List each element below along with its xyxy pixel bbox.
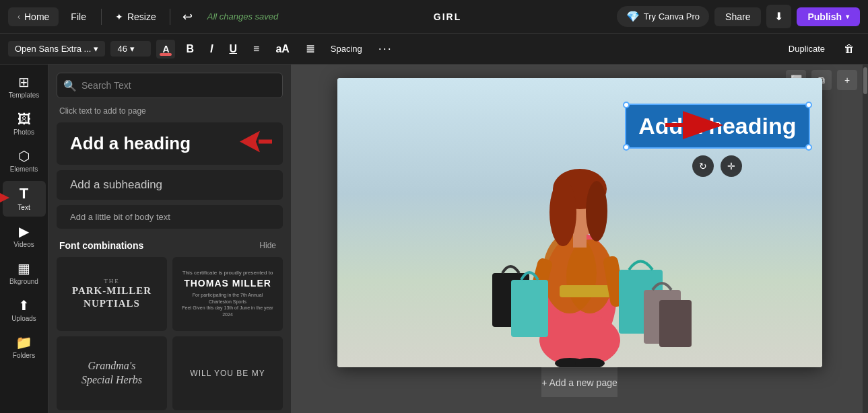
search-icon: 🔍 [63, 79, 77, 92]
font-card-park-miller[interactable]: THE PARK-MILLERNUPTIALS [57, 257, 167, 331]
font-combinations-title: Font combinations [59, 240, 143, 251]
font-name-label: Open Sans Extra ... [15, 44, 91, 54]
font-size-label: 46 [117, 44, 127, 54]
resize-button[interactable]: ✦ Resize [108, 7, 163, 26]
font-card-body2: For participating in the 7th Annual Char… [180, 292, 275, 318]
sidebar-item-text[interactable]: T Text [3, 181, 46, 217]
add-subheading-button[interactable]: Add a subheading [57, 170, 283, 200]
font-card-title4: WILL YOU BE MY [190, 369, 265, 378]
text-color-button[interactable]: A [156, 40, 175, 59]
align-button[interactable]: ≡ [248, 40, 265, 58]
divider2 [170, 9, 170, 25]
try-canva-pro-button[interactable]: 💎 Try Canva Pro [617, 6, 709, 27]
canvas-red-arrow-icon [662, 110, 729, 143]
svg-rect-14 [573, 234, 587, 248]
delete-button[interactable]: 🗑 [838, 40, 860, 58]
add-body-text-button[interactable]: Add a little bit of body text [57, 205, 283, 229]
resize-label: Resize [127, 11, 156, 22]
list-button[interactable]: ≣ [300, 40, 320, 58]
red-arrow-right-icon [240, 130, 272, 157]
font-card-thomas-miller[interactable]: This certificate is proudly presented to… [172, 257, 283, 331]
add-new-page-bar[interactable]: + Add a new page [541, 367, 617, 397]
right-scrollbar[interactable] [863, 65, 868, 413]
changes-saved-label: All changes saved [207, 11, 279, 22]
more-options-button[interactable]: ··· [373, 39, 398, 59]
bold-button[interactable]: B [180, 40, 199, 58]
svg-point-5 [539, 313, 620, 367]
sidebar-item-background[interactable]: ▦ Bkground [3, 256, 46, 291]
elements-icon: ⬡ [18, 149, 30, 163]
selection-handle-tr[interactable] [805, 102, 812, 108]
share-button[interactable]: Share [714, 7, 761, 26]
publish-label: Publish [807, 11, 842, 22]
undo-button[interactable]: ↩ [177, 7, 198, 27]
font-size-selector[interactable]: 46 ▾ [110, 41, 151, 57]
elements-label: Elements [10, 165, 38, 173]
sidebar-item-videos[interactable]: ▶ Videos [3, 219, 46, 254]
uploads-label: Uploads [11, 315, 36, 322]
folders-label: Folders [13, 352, 35, 359]
text-icon: T [20, 186, 28, 201]
canvas-scroll[interactable]: Add a heading [291, 65, 868, 413]
publish-button[interactable]: Publish ▾ [797, 7, 860, 26]
move-button[interactable]: ✛ [721, 155, 742, 177]
brand-name: GIRL [434, 11, 461, 22]
toolbar-right: Duplicate 🗑 [780, 40, 860, 58]
canvas-controls: ↻ ✛ [692, 155, 742, 177]
svg-point-13 [586, 181, 607, 241]
sidebar-item-templates[interactable]: ⊞ Templates [3, 70, 46, 104]
top-bar: ‹ Home File ✦ Resize ↩ All changes saved… [0, 0, 868, 34]
svg-rect-9 [560, 285, 613, 297]
chevron-left-icon: ‹ [18, 12, 20, 22]
templates-label: Templates [9, 91, 40, 99]
font-card-title3: Grandma'sSpecial Herbs [81, 359, 142, 387]
underline-button[interactable]: U [224, 40, 242, 58]
divider [101, 9, 102, 25]
main-content: ⊞ Templates 🖼 Photos ⬡ Elements T Text ▶… [0, 65, 868, 413]
photos-icon: 🖼 [18, 112, 31, 126]
canva-pro-label: Try Canva Pro [644, 11, 700, 22]
text-options: Add a heading Add a subheading Add a lit… [48, 122, 291, 229]
top-bar-right: 💎 Try Canva Pro Share ⬇ Publish ▾ [617, 5, 860, 28]
search-input[interactable] [57, 73, 283, 98]
videos-icon: ▶ [19, 225, 29, 238]
font-card-title: PARK-MILLERNUPTIALS [72, 285, 152, 311]
uploads-icon: ⬆ [18, 299, 30, 312]
selection-handle-br[interactable] [805, 144, 812, 151]
svg-rect-3 [259, 139, 272, 143]
background-icon: ▦ [18, 262, 30, 275]
spacing-label: Spacing [331, 44, 362, 54]
add-heading-button[interactable]: Add a heading [57, 122, 283, 165]
italic-button[interactable]: I [205, 40, 218, 58]
file-button[interactable]: File [63, 7, 94, 26]
left-panel: 🔍 Click text to add to page Add a headin… [48, 65, 291, 413]
formatting-toolbar: Open Sans Extra ... ▾ 46 ▾ A B I U ≡ aA … [0, 34, 868, 65]
canvas-page: Add a heading [337, 78, 822, 367]
font-family-selector[interactable]: Open Sans Extra ... ▾ [8, 41, 105, 57]
sidebar-icons: ⊞ Templates 🖼 Photos ⬡ Elements T Text ▶… [0, 65, 48, 413]
spacing-button[interactable]: Spacing [325, 41, 368, 57]
case-button[interactable]: aA [270, 40, 294, 58]
canvas-heading-element[interactable]: Add a heading [625, 104, 809, 149]
font-cards-grid: THE PARK-MILLERNUPTIALS This certificate… [48, 257, 291, 410]
sidebar-item-folders[interactable]: 📁 Folders [3, 330, 46, 365]
svg-marker-0 [0, 191, 9, 204]
selection-handle-tl[interactable] [623, 102, 630, 108]
sidebar-item-elements[interactable]: ⬡ Elements [3, 144, 46, 178]
hide-button[interactable]: Hide [255, 239, 280, 252]
download-button[interactable]: ⬇ [766, 5, 791, 28]
sidebar-item-uploads[interactable]: ⬆ Uploads [3, 293, 46, 328]
home-button[interactable]: ‹ Home [8, 7, 59, 26]
rotate-button[interactable]: ↻ [692, 155, 714, 177]
font-card-grandmas[interactable]: Grandma'sSpecial Herbs [57, 336, 167, 410]
font-combinations-header: Font combinations Hide [48, 229, 291, 257]
sidebar-item-photos[interactable]: 🖼 Photos [3, 107, 46, 141]
scrollbar-thumb [863, 67, 867, 94]
add-icon-button[interactable]: + [837, 70, 857, 90]
font-card-will-you-be[interactable]: WILL YOU BE MY [172, 336, 283, 410]
font-card-title2: THOMAS MILLER [184, 278, 271, 289]
font-card-subtitle2: This certificate is proudly presented to [182, 270, 273, 276]
svg-marker-2 [240, 130, 260, 152]
duplicate-button[interactable]: Duplicate [780, 41, 833, 57]
videos-label: Videos [13, 241, 34, 248]
